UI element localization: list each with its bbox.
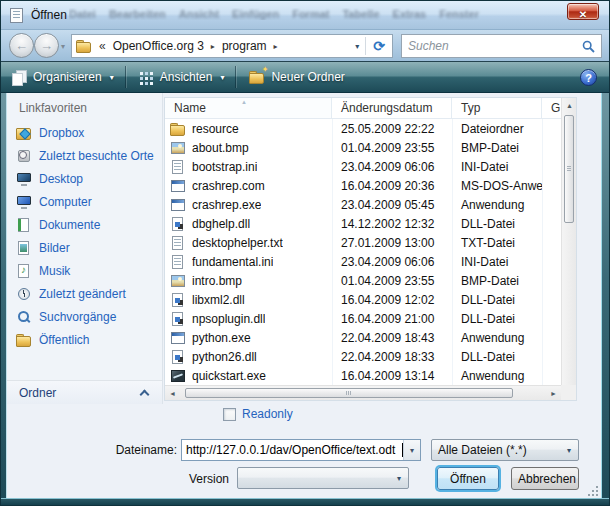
file-list: NameÄnderungsdatumTypG ▲ resource25.05.2… (164, 97, 577, 401)
navigation-bar: ← → ▾ « OpenOffice.org 3▸program▸ ▾ ⟳ (1, 30, 609, 61)
bmp-icon (170, 273, 186, 289)
breadcrumb[interactable]: « OpenOffice.org 3▸program▸ ▾ ⟳ (71, 34, 393, 58)
history-dropdown-icon[interactable]: ▾ (61, 42, 65, 51)
command-toolbar: Organisieren ▾ Ansichten ▾ ✦ Neuer Ordne… (1, 61, 609, 93)
sidebar-item-label: Zuletzt geändert (39, 287, 126, 301)
search-icon[interactable] (582, 40, 595, 53)
file-row[interactable]: dbghelp.dll14.12.2002 12:32DLL-Datei (165, 214, 561, 233)
breadcrumb-arrow-icon[interactable]: ▸ (208, 42, 218, 51)
dialog-body: Linkfavoriten DropboxZuletzt besuchte Or… (7, 93, 601, 498)
open-button[interactable]: Öffnen (437, 467, 499, 490)
dialog-title: Öffnen (31, 8, 67, 22)
breadcrumb-segment[interactable]: program (218, 39, 271, 53)
file-row[interactable]: npsoplugin.dll16.04.2009 21:00DLL-Datei (165, 309, 561, 328)
sidebar-item-dropbox[interactable]: Dropbox (7, 121, 162, 144)
sidebar-item-pictures[interactable]: Bilder (7, 236, 162, 259)
sidebar-item-searches[interactable]: Suchvorgänge (7, 305, 162, 328)
views-button[interactable]: Ansichten ▾ (130, 64, 234, 90)
txt-icon (170, 235, 186, 251)
file-row[interactable]: resource25.05.2009 22:22Dateiordner (165, 119, 561, 138)
sidebar-item-computer[interactable]: Computer (7, 190, 162, 213)
sidebar-item-label: Dokumente (39, 218, 100, 232)
sidebar-item-desktop[interactable]: Desktop (7, 167, 162, 190)
file-row[interactable]: bootstrap.ini23.04.2009 06:06INI-Datei (165, 157, 561, 176)
chevron-down-icon: ▾ (220, 73, 224, 82)
vertical-scrollbar[interactable]: ▲ ▼ (561, 98, 576, 400)
close-button[interactable]: ✕ (567, 3, 599, 20)
refresh-icon[interactable]: ⟳ (366, 38, 392, 54)
dll-icon (170, 292, 186, 308)
file-row[interactable]: fundamental.ini23.04.2009 06:06INI-Datei (165, 252, 561, 271)
breadcrumb-segment[interactable]: OpenOffice.org 3 (109, 39, 208, 53)
file-row[interactable]: crashrep.com16.04.2009 20:36MS-DOS-Anwen… (165, 176, 561, 195)
file-name: libxml2.dll (192, 293, 245, 307)
file-row[interactable]: libxml2.dll16.04.2009 12:02DLL-Datei (165, 290, 561, 309)
vertical-scroll-thumb[interactable] (564, 115, 574, 223)
column-header-size[interactable]: G (542, 98, 561, 118)
music-icon (16, 263, 32, 279)
help-icon: ? (585, 72, 592, 84)
breadcrumb-overflow-icon[interactable]: « (99, 39, 106, 53)
file-name-cell: python.exe (165, 330, 332, 346)
titlebar[interactable]: DateiBearbeitenAnsichtEinfügenFormatTabe… (1, 1, 609, 30)
readonly-checkbox[interactable] (223, 408, 236, 421)
app-icon (170, 178, 186, 194)
horizontal-scroll-thumb[interactable] (185, 388, 513, 398)
documents-icon (16, 217, 32, 233)
back-button[interactable]: ← (9, 33, 34, 58)
public-icon (16, 332, 32, 348)
background-menu-item: Einfügen (232, 8, 279, 20)
help-button[interactable]: ? (580, 69, 597, 86)
background-menu-item: Format (292, 8, 329, 20)
file-row[interactable]: python26.dll22.04.2009 18:33DLL-Datei (165, 347, 561, 366)
file-row[interactable]: crashrep.exe23.04.2009 05:45Anwendung (165, 195, 561, 214)
scroll-up-icon[interactable]: ▲ (562, 98, 577, 113)
file-row[interactable]: quickstart.exe16.04.2009 13:14Anwendung (165, 366, 561, 385)
file-name-cell: python26.dll (165, 349, 332, 365)
breadcrumb-dropdown-icon[interactable]: ▾ (349, 42, 365, 51)
file-row[interactable]: about.bmp01.04.2009 23:55BMP-Datei (165, 138, 561, 157)
organize-icon (12, 70, 27, 85)
recent-changed-icon (16, 286, 32, 302)
file-type: DLL-Datei (452, 350, 542, 364)
sidebar-item-recent-places[interactable]: Zuletzt besuchte Orte (7, 144, 162, 167)
folders-expander[interactable]: Ordner (7, 380, 162, 404)
filename-dropdown-icon[interactable]: ▾ (403, 440, 420, 460)
file-row[interactable]: intro.bmp01.04.2009 23:55BMP-Datei (165, 271, 561, 290)
file-row[interactable]: python.exe22.04.2009 18:43Anwendung (165, 328, 561, 347)
file-date: 22.04.2009 18:43 (332, 331, 452, 345)
dll-icon (170, 311, 186, 327)
file-type: Anwendung (452, 331, 542, 345)
version-select[interactable]: ▾ (237, 467, 409, 489)
sidebar-item-label: Dropbox (39, 126, 84, 140)
organize-button[interactable]: Organisieren ▾ (3, 64, 123, 90)
horizontal-scrollbar[interactable]: ◄ ► (165, 385, 561, 400)
background-menu-item: Tabelle (342, 8, 379, 20)
filetype-select[interactable]: Alle Dateien (*.*) ▾ (431, 439, 579, 461)
sidebar-item-label: Bilder (39, 241, 70, 255)
column-header-date[interactable]: Änderungsdatum (332, 98, 452, 118)
resize-grip[interactable] (586, 484, 599, 497)
breadcrumb-arrow-icon[interactable]: ▸ (271, 42, 281, 51)
sidebar-item-documents[interactable]: Dokumente (7, 213, 162, 236)
search-box (401, 34, 602, 58)
sidebar-item-label: Öffentlich (39, 333, 89, 347)
file-row[interactable]: desktophelper.txt27.01.2009 13:00TXT-Dat… (165, 233, 561, 252)
column-header-name[interactable]: Name (165, 98, 332, 118)
forward-button[interactable]: → (34, 33, 59, 58)
cancel-button[interactable]: Abbrechen (511, 467, 579, 490)
file-name: crashrep.exe (192, 198, 261, 212)
scroll-left-icon[interactable]: ◄ (165, 386, 180, 401)
sidebar-item-music[interactable]: Musik (7, 259, 162, 282)
column-header-type[interactable]: Typ (452, 98, 542, 118)
sidebar-item-recent-changed[interactable]: Zuletzt geändert (7, 282, 162, 305)
scroll-right-icon[interactable]: ► (546, 386, 561, 401)
new-folder-button[interactable]: ✦ Neuer Ordner (240, 64, 353, 90)
filename-input[interactable]: http://127.0.0.1/dav/OpenOffice/text.odt… (181, 439, 421, 461)
filetype-dropdown-icon: ▾ (560, 446, 578, 455)
sidebar-item-public[interactable]: Öffentlich (7, 328, 162, 351)
search-input[interactable] (402, 36, 582, 56)
background-menu-item: Bearbeiten (109, 8, 166, 20)
file-name: intro.bmp (192, 274, 242, 288)
file-name-cell: about.bmp (165, 140, 332, 156)
